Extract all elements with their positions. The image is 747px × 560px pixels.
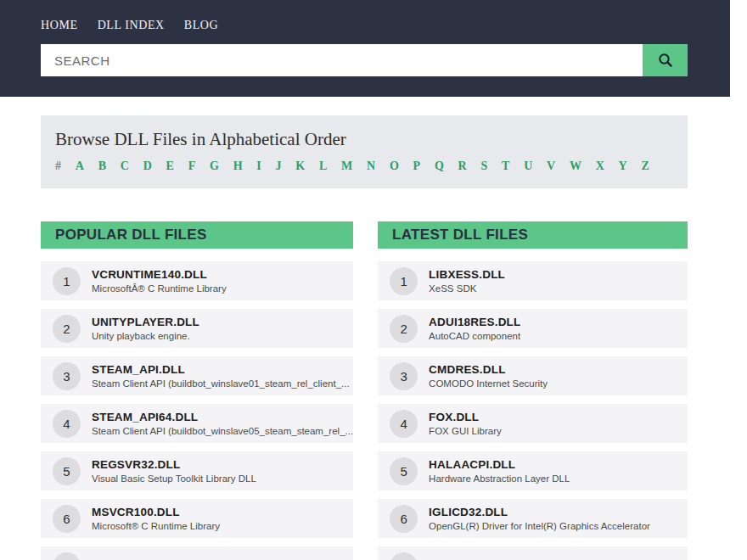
alphabet-row: #ABCDEFGHIJKLMNOPQRSTUVWXYZ [55,160,649,173]
dll-meta: VCRUNTIME140.DLL MicrosoftÂ® C Runtime L… [92,268,227,294]
dll-list-item[interactable]: 5 REGSVR32.DLL Visual Basic Setup Toolki… [41,451,353,490]
alphabet-link-#[interactable]: # [55,160,61,173]
rank-badge: 7 [390,552,418,560]
dll-description: OpenGL(R) Driver for Intel(R) Graphics A… [429,521,650,531]
dll-name: FOX.DLL [429,411,502,423]
alphabet-link-W[interactable]: W [570,160,581,173]
alphabet-link-N[interactable]: N [367,160,375,173]
alphabet-link-P[interactable]: P [413,160,421,173]
dll-description: Hardware Abstraction Layer DLL [429,473,570,484]
rank-badge: 2 [53,315,81,343]
rank-badge: 4 [390,410,418,438]
rank-badge: 6 [390,505,418,533]
search-input[interactable] [41,44,643,76]
dll-name: CMDRES.DLL [429,363,548,376]
dll-list-item[interactable]: 7 NTDSBCLI.DLL [378,546,688,560]
alphabet-link-J[interactable]: J [276,160,282,173]
alphabet-link-Q[interactable]: Q [435,160,444,173]
dll-list-item[interactable]: 6 MSVCR100.DLL Microsoft® C Runtime Libr… [41,499,353,538]
dll-description: Unity playback engine. [92,331,199,341]
dll-description: Steam Client API (buildbot_winslave05_st… [92,426,353,436]
alphabet-link-Z[interactable]: Z [641,160,649,173]
alphabet-link-M[interactable]: M [341,160,352,173]
rank-badge: 5 [390,457,418,485]
popular-dll-column: POPULAR DLL FILES 1 VCRUNTIME140.DLL Mic… [41,221,353,560]
latest-dll-list: 1 LIBXESS.DLL XeSS SDK 2 ADUI18RES.DLL A… [378,261,688,560]
dll-list-item[interactable]: 2 UNITYPLAYER.DLL Unity playback engine. [41,309,353,348]
dll-name: STEAM_API.DLL [92,363,350,376]
dll-description: Microsoft® C Runtime Library [92,521,220,531]
rank-badge: 7 [53,552,81,560]
alphabet-link-L[interactable]: L [319,160,327,173]
dll-list-item[interactable]: 3 STEAM_API.DLL Steam Client API (buildb… [41,356,353,395]
rank-badge: 4 [53,410,81,438]
dll-description: COMODO Internet Security [429,378,548,389]
rank-badge: 5 [53,457,81,485]
dll-description: MicrosoftÂ® C Runtime Library [92,283,227,294]
popular-dll-list: 1 VCRUNTIME140.DLL MicrosoftÂ® C Runtime… [41,261,353,560]
alphabet-link-O[interactable]: O [390,160,399,173]
rank-badge: 6 [53,505,81,533]
alphabet-link-H[interactable]: H [233,160,243,173]
dll-name: LIBXESS.DLL [429,268,505,281]
alphabet-link-S[interactable]: S [480,160,487,173]
dll-meta: FOX.DLL FOX GUI Library [429,411,502,436]
main-content: Browse DLL Files in Alphabetical Order #… [41,115,688,560]
dll-name: IGLICD32.DLL [429,506,650,518]
nav-link-home[interactable]: HOME [41,19,78,32]
dll-list-item[interactable]: 7 MSVCP120.DLL [41,546,353,560]
dll-list-item[interactable]: 2 ADUI18RES.DLL AutoCAD component [378,309,688,348]
alphabet-link-U[interactable]: U [524,160,532,173]
nav-links: HOMEDLL INDEXBLOG [41,19,218,32]
dll-list-item[interactable]: 3 CMDRES.DLL COMODO Internet Security [378,356,688,395]
dll-name: REGSVR32.DLL [92,458,256,471]
dll-list-item[interactable]: 1 LIBXESS.DLL XeSS SDK [378,261,688,300]
dll-meta: REGSVR32.DLL Visual Basic Setup Toolkit … [92,458,256,484]
dll-columns: POPULAR DLL FILES 1 VCRUNTIME140.DLL Mic… [41,221,688,560]
browse-title: Browse DLL Files in Alphabetical Order [55,129,673,150]
dll-meta: LIBXESS.DLL XeSS SDK [429,268,505,294]
alphabet-link-T[interactable]: T [502,160,509,173]
alphabet-link-C[interactable]: C [121,160,129,173]
dll-list-item[interactable]: 5 HALAACPI.DLL Hardware Abstraction Laye… [378,451,688,490]
dll-description: AutoCAD component [429,331,520,341]
alphabet-link-B[interactable]: B [98,160,106,173]
alphabet-link-X[interactable]: X [596,160,604,173]
dll-meta: HALAACPI.DLL Hardware Abstraction Layer … [429,458,570,484]
dll-list-item[interactable]: 4 STEAM_API64.DLL Steam Client API (buil… [41,404,353,443]
alphabet-link-A[interactable]: A [76,160,84,173]
alphabet-link-R[interactable]: R [458,160,467,173]
search-icon [657,52,674,69]
popular-dll-header: POPULAR DLL FILES [41,221,353,249]
dll-meta: CMDRES.DLL COMODO Internet Security [429,363,548,389]
nav-link-blog[interactable]: BLOG [184,19,219,32]
alphabet-link-G[interactable]: G [210,160,219,173]
alphabet-link-F[interactable]: F [188,160,196,173]
page: HOMEDLL INDEXBLOG Browse DLL Files in Al… [0,0,747,560]
alphabet-browse-panel: Browse DLL Files in Alphabetical Order #… [41,115,688,188]
alphabet-link-D[interactable]: D [143,160,152,173]
dll-description: XeSS SDK [429,283,505,294]
alphabet-link-V[interactable]: V [547,160,555,173]
dll-name: STEAM_API64.DLL [92,411,353,423]
search-button[interactable] [643,44,688,76]
rank-badge: 2 [390,315,418,343]
latest-dll-column: LATEST DLL FILES 1 LIBXESS.DLL XeSS SDK … [378,221,688,560]
dll-list-item[interactable]: 6 IGLICD32.DLL OpenGL(R) Driver for Inte… [378,499,688,538]
dll-list-item[interactable]: 1 VCRUNTIME140.DLL MicrosoftÂ® C Runtime… [41,261,353,300]
alphabet-link-K[interactable]: K [295,160,305,173]
alphabet-link-Y[interactable]: Y [619,160,627,173]
alphabet-link-E[interactable]: E [166,160,174,173]
dll-description: Steam Client API (buildbot_winslave01_st… [92,378,350,389]
rank-badge: 3 [390,362,418,390]
dll-name: VCRUNTIME140.DLL [92,268,227,281]
rank-badge: 3 [53,362,81,390]
rank-badge: 1 [53,267,81,295]
alphabet-link-I[interactable]: I [256,160,261,173]
dll-meta: STEAM_API.DLL Steam Client API (buildbot… [92,363,350,389]
dll-list-item[interactable]: 4 FOX.DLL FOX GUI Library [378,404,688,443]
dll-name: HALAACPI.DLL [429,458,570,471]
nav-link-dll-index[interactable]: DLL INDEX [98,19,165,32]
dll-meta: STEAM_API64.DLL Steam Client API (buildb… [92,411,353,436]
search-bar [41,44,688,76]
